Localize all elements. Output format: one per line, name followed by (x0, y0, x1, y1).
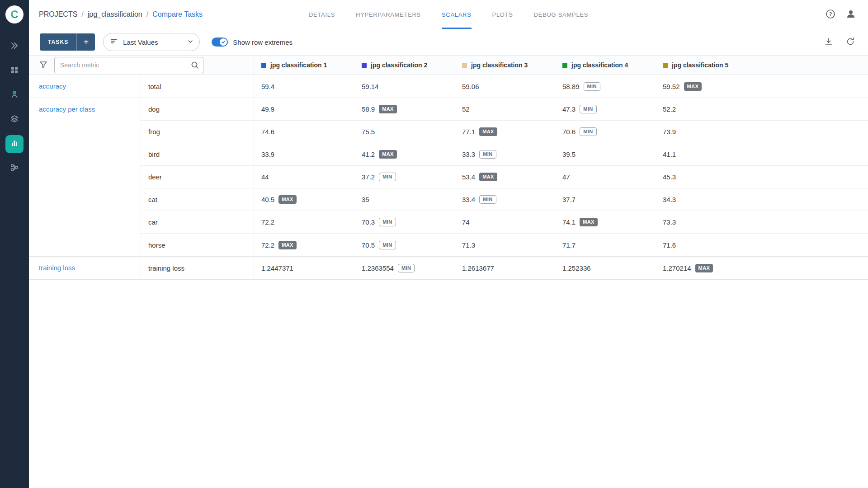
user-menu-button[interactable] (845, 9, 856, 21)
scalars-table: jpg classification 1 jpg classification … (29, 55, 868, 488)
metric-value-cell: 53.4MAX (455, 166, 555, 188)
task-column-header[interactable]: jpg classification 5 (656, 56, 868, 75)
extreme-badge: MIN (479, 195, 496, 204)
metric-value-cell: 77.1MAX (455, 121, 555, 143)
help-icon: ? (826, 9, 835, 20)
help-button[interactable]: ? (826, 9, 835, 20)
metric-value: 74.6 (261, 128, 274, 136)
tasks-button[interactable]: TASKS (40, 33, 76, 51)
extreme-badge: MAX (379, 105, 397, 113)
table-row: car 72.2 70.3MIN 74 74.1MAX 73.3 (141, 211, 868, 234)
extreme-badge: MAX (278, 241, 297, 249)
variant-cell: cat (141, 188, 254, 211)
group-rows: training loss 1.2447371 1.2363554MIN 1.2… (141, 257, 868, 279)
metric-value-cell: 47.3MIN (555, 98, 656, 120)
metric-value-cell: 49.9 (254, 98, 354, 120)
metric-value: 71.6 (663, 241, 676, 249)
metric-value: 37.2 (362, 173, 375, 181)
metric-value: 40.5 (261, 196, 274, 203)
metric-value-cell: 37.7 (555, 188, 656, 211)
metric-value: 33.4 (462, 196, 475, 203)
chevron-down-icon (188, 38, 193, 46)
metric-value: 41.1 (663, 150, 676, 158)
metric-value: 1.252336 (562, 264, 591, 272)
refresh-button[interactable] (845, 37, 855, 48)
extreme-badge: MAX (479, 127, 497, 136)
metric-value: 53.4 (462, 173, 475, 181)
task-column-header[interactable]: jpg classification 4 (555, 56, 656, 75)
metric-value: 59.14 (362, 83, 379, 90)
metric-value: 41.2 (362, 150, 375, 158)
sidebar-item-experiments[interactable] (5, 135, 24, 153)
metric-link[interactable]: accuracy (39, 82, 66, 90)
add-task-button[interactable]: + (77, 33, 95, 51)
check-icon (221, 38, 226, 46)
metric-name-cell: training loss (29, 257, 141, 279)
metric-value: 47 (562, 173, 570, 181)
metric-value-cell: 59.06 (455, 75, 555, 98)
table-row: total 59.4 59.14 59.06 58.89MIN 59.52MAX (141, 75, 868, 98)
search-input[interactable] (54, 57, 203, 73)
metric-link[interactable]: accuracy per class (39, 105, 95, 113)
metric-value-cell: 75.5 (354, 121, 455, 143)
metric-value: 47.3 (562, 105, 576, 113)
clearml-logo[interactable]: C (5, 5, 24, 23)
metric-value-cell: 73.3 (656, 211, 868, 233)
metric-value-cell: 1.252336 (555, 257, 656, 279)
task-column-header[interactable]: jpg classification 2 (354, 56, 455, 75)
table-row: training loss 1.2447371 1.2363554MIN 1.2… (141, 257, 868, 279)
funnel-icon (39, 60, 48, 70)
task-color-swatch (562, 63, 567, 68)
show-extremes-toggle[interactable] (212, 38, 228, 47)
values-mode-dropdown[interactable]: Last Values (103, 33, 200, 51)
metric-value: 72.2 (261, 241, 274, 249)
values-mode-label: Last Values (123, 38, 183, 46)
task-column-header[interactable]: jpg classification 3 (455, 56, 555, 75)
metric-value-cell: 33.4MIN (455, 188, 555, 211)
sort-icon (110, 37, 118, 47)
tab-scalars[interactable]: SCALARS (442, 0, 472, 29)
metric-value: 39.5 (562, 150, 576, 158)
metric-value: 33.9 (261, 150, 274, 158)
metric-value: 52 (462, 105, 470, 113)
metric-value: 74.1 (562, 218, 576, 226)
breadcrumb-current-page: Compare Tasks (152, 10, 203, 19)
page-tabs: DETAILS HYPERPARAMETERS SCALARS PLOTS DE… (309, 0, 588, 29)
sidebar-item-dashboard[interactable] (5, 62, 24, 80)
breadcrumb-project-name[interactable]: jpg_classification (88, 10, 142, 19)
tab-debug-samples[interactable]: DEBUG SAMPLES (534, 0, 588, 29)
metric-value-cell: 59.52MAX (656, 75, 868, 98)
metric-value-cell: 41.1 (656, 143, 868, 165)
sidebar-item-workers[interactable] (5, 86, 24, 104)
tab-hyperparameters[interactable]: HYPERPARAMETERS (356, 0, 421, 29)
sidebar-item-datasets[interactable] (5, 111, 24, 129)
filter-button[interactable] (39, 60, 48, 70)
double-chevron-icon (10, 41, 19, 52)
metric-value-cell: 71.6 (656, 234, 868, 256)
metric-value-cell: 72.2MAX (254, 234, 354, 256)
tab-details[interactable]: DETAILS (309, 0, 335, 29)
metric-value: 52.2 (663, 105, 676, 113)
tab-plots[interactable]: PLOTS (492, 0, 513, 29)
avatar-icon (845, 9, 856, 21)
task-column-label: jpg classification 1 (270, 61, 327, 69)
metric-link[interactable]: training loss (39, 264, 75, 272)
table-row: horse 72.2MAX 70.5MIN 71.3 71.7 71.6 (141, 234, 868, 256)
metric-value: 49.9 (261, 105, 274, 113)
metric-value: 75.5 (362, 128, 375, 136)
toolbar-right-icons (824, 37, 855, 48)
extreme-badge: MIN (379, 241, 396, 249)
metric-value-cell: 35 (354, 188, 455, 211)
download-icon (824, 37, 834, 48)
download-button[interactable] (824, 37, 834, 48)
extreme-badge: MAX (695, 264, 713, 272)
breadcrumb-projects[interactable]: PROJECTS (39, 10, 77, 19)
variant-cell: dog (141, 98, 254, 120)
breadcrumb-separator: / (146, 10, 148, 19)
extreme-badge: MIN (584, 82, 600, 91)
metric-search (54, 57, 203, 73)
sidebar-item-launch[interactable] (5, 38, 24, 56)
table-header-left (29, 56, 254, 75)
sidebar-item-pipelines[interactable] (5, 160, 24, 178)
task-column-header[interactable]: jpg classification 1 (254, 56, 354, 75)
